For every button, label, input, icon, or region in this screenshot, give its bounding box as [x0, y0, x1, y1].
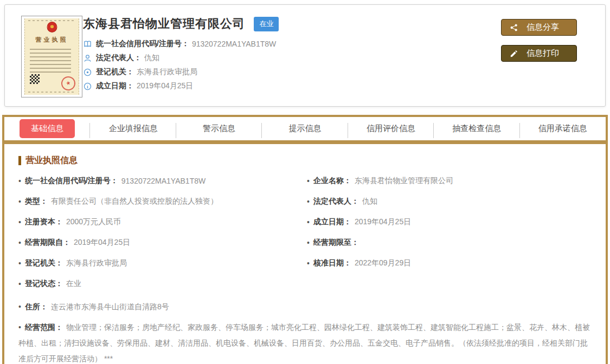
field-row: 登记机关： 东海县行政审批局 [18, 253, 307, 274]
tab-item[interactable]: 提示信息 [262, 117, 348, 140]
license-paper: 营业执照 [24, 18, 79, 95]
field-label: 经营期限至： [313, 238, 359, 248]
field-row: 企业名称： 东海县君怡物业管理有限公司 [307, 171, 592, 191]
field-value: 仇知 [362, 197, 377, 206]
field-value: 2022年09月29日 [355, 258, 411, 268]
print-button-label: 信息打印 [526, 48, 559, 58]
tab-item[interactable]: 抽查检查信息 [434, 117, 519, 140]
header-field-value: 91320722MA1YAB1T8W [192, 40, 276, 48]
header-field-value: 2019年04月25日 [137, 81, 193, 91]
info-icon [83, 82, 92, 91]
fields-column-left: 统一社会信用代码/注册号： 91320722MA1YAB1T8W 类型： 有限责… [18, 171, 307, 294]
tab-bar: 基础信息 企业填报信息 警示信息 提示信息 信用评价信息 抽查检查信息 信用 [4, 117, 606, 144]
header-info-row: 法定代表人： 仇知 [83, 51, 279, 65]
field-value: 在业 [66, 279, 81, 289]
header-field-value: 仇知 [144, 53, 159, 63]
header-info-row: 登记机关： 东海县行政审批局 [83, 65, 279, 79]
field-row: 经营期限至： [307, 232, 592, 253]
field-row: 住所：连云港市东海县牛山街道自清路8号 [18, 299, 592, 315]
field-value: 91320722MA1YAB1T8W [121, 177, 206, 185]
tab-label[interactable]: 基础信息 [20, 119, 75, 138]
field-label: 登记机关： [25, 258, 63, 268]
tab-label[interactable]: 抽查检查信息 [441, 119, 512, 138]
tab-label[interactable]: 警示信息 [191, 119, 247, 138]
field-value: 2019年04月25日 [74, 238, 130, 248]
license-text-lines [30, 49, 71, 75]
field-label: 核准日期： [313, 258, 351, 268]
field-value: 2000万元人民币 [66, 217, 121, 227]
header-field-label: 法定代表人： [96, 53, 142, 63]
share-nodes-icon [510, 23, 518, 32]
pencil-icon [510, 49, 518, 58]
share-button[interactable]: 信息分享 [501, 19, 577, 36]
field-value: 连云港市东海县牛山街道自清路8号 [51, 302, 169, 311]
field-value: 东海县君怡物业管理有限公司 [355, 176, 453, 186]
field-value: 东海县行政审批局 [66, 258, 127, 268]
national-emblem-icon [47, 22, 57, 32]
header-actions: 信息分享 信息打印 [501, 19, 577, 62]
status-badge: 在业 [254, 17, 279, 31]
location-icon [83, 68, 92, 77]
credit-code-icon [83, 40, 92, 49]
header-field-value: 东海县行政审批局 [137, 67, 197, 77]
field-row: 经营范围：物业管理；保洁服务；房地产经纪、家政服务、停车场服务；城市亮化工程、园… [18, 320, 592, 364]
section-title: 营业执照信息 [18, 155, 592, 166]
field-value: 2019年04月25日 [355, 217, 411, 227]
tab-item[interactable]: 企业填报信息 [90, 117, 176, 140]
tab-item[interactable]: 警示信息 [176, 117, 262, 140]
field-label: 统一社会信用代码/注册号： [25, 176, 118, 186]
fields-column-right: 企业名称： 东海县君怡物业管理有限公司 法定代表人： 仇知 成立日期： 2019… [307, 171, 592, 294]
field-row: 法定代表人： 仇知 [307, 191, 592, 212]
tab-item[interactable]: 信用承诺信息 [520, 117, 606, 140]
company-header-card: 营业执照 东海县君怡物业管理有限公司 在业 统一社会信用代码/注册号： 9132… [4, 4, 606, 107]
field-value: 有限责任公司（非自然人投资或控股的法人独资） [51, 197, 218, 206]
tab-label[interactable]: 信用承诺信息 [527, 119, 599, 138]
company-summary: 东海县君怡物业管理有限公司 在业 统一社会信用代码/注册号： 91320722M… [83, 16, 279, 93]
field-label: 住所： [25, 302, 48, 311]
field-row: 类型： 有限责任公司（非自然人投资或控股的法人独资） [18, 191, 307, 212]
header-field-label: 统一社会信用代码/注册号： [96, 39, 189, 49]
tab-label[interactable]: 企业填报信息 [98, 119, 169, 138]
fields-full-width: 住所：连云港市东海县牛山街道自清路8号 经营范围：物业管理；保洁服务；房地产经纪… [18, 299, 592, 364]
company-name: 东海县君怡物业管理有限公司 [83, 16, 245, 32]
tab-content: 营业执照信息 统一社会信用代码/注册号： 91320722MA1YAB1T8W … [4, 144, 606, 364]
field-label: 类型： [25, 197, 48, 206]
person-icon [83, 54, 92, 63]
header-field-label: 登记机关： [96, 67, 134, 77]
tab-item[interactable]: 信用评价信息 [348, 117, 434, 140]
field-label: 登记状态： [25, 279, 63, 289]
field-row: 统一社会信用代码/注册号： 91320722MA1YAB1T8W [18, 171, 307, 191]
header-info-row: 统一社会信用代码/注册号： 91320722MA1YAB1T8W [83, 37, 279, 51]
field-row: 核准日期： 2022年09月29日 [307, 253, 592, 274]
field-row: 登记状态： 在业 [18, 274, 307, 294]
field-label: 注册资本： [25, 217, 63, 227]
print-button[interactable]: 信息打印 [501, 45, 577, 62]
field-row: 成立日期： 2019年04月25日 [307, 212, 592, 232]
qr-code [30, 74, 40, 84]
share-button-label: 信息分享 [526, 22, 559, 32]
field-row: 经营期限自： 2019年04月25日 [18, 232, 307, 253]
business-license-thumbnail[interactable]: 营业执照 [21, 16, 82, 98]
field-label: 经营范围： [25, 323, 63, 332]
header-info-row: 成立日期： 2019年04月25日 [83, 79, 279, 93]
field-label: 法定代表人： [313, 197, 359, 206]
tab-label[interactable]: 提示信息 [277, 119, 332, 138]
license-thumb-title: 营业执照 [25, 36, 79, 44]
header-field-label: 成立日期： [96, 81, 134, 91]
tab-item[interactable]: 基础信息 [4, 117, 90, 140]
field-label: 企业名称： [313, 176, 351, 186]
detail-panel: 基础信息 企业填报信息 警示信息 提示信息 信用评价信息 抽查检查信息 信用 [2, 115, 608, 364]
field-label: 经营期限自： [25, 238, 70, 248]
field-value: 物业管理；保洁服务；房地产经纪、家政服务、停车场服务；城市亮化工程、园林绿化工程… [18, 323, 590, 363]
red-seal-icon [60, 75, 77, 92]
tab-label[interactable]: 信用评价信息 [355, 119, 427, 138]
field-label: 成立日期： [313, 217, 351, 227]
field-row: 注册资本： 2000万元人民币 [18, 212, 307, 232]
